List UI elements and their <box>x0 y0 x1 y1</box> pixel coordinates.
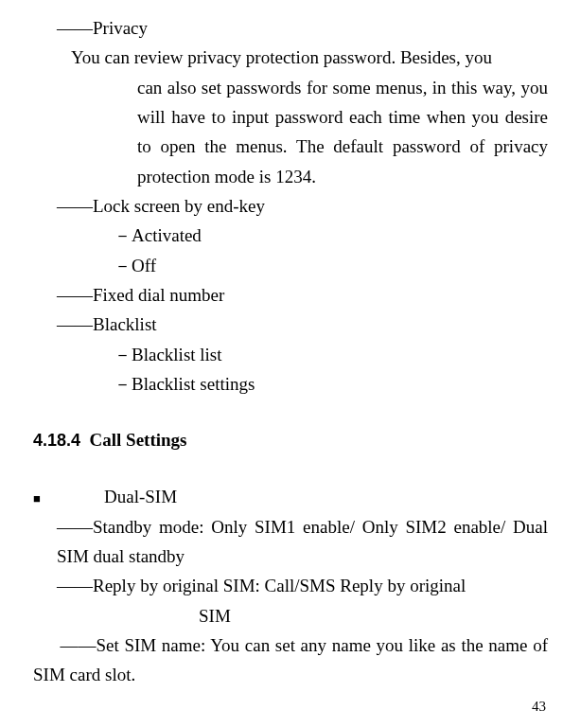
dash-prefix: ―― <box>57 517 93 537</box>
standby-text: Standby mode: Only SIM1 enable/ Only SIM… <box>57 517 548 566</box>
section-title: Call Settings <box>90 430 187 450</box>
dash-prefix: ―― <box>57 314 93 334</box>
square-bullet-icon: ■ <box>33 488 104 508</box>
section-heading: 4.18.4 Call Settings <box>33 425 548 455</box>
opt-label: Blacklist list <box>132 345 222 364</box>
item-privacy: ――Privacy <box>33 13 548 43</box>
standby-mode-line: ――Standby mode: Only SIM1 enable/ Only S… <box>33 512 548 572</box>
lockscreen-opt-off: －Off <box>33 251 548 280</box>
dash-prefix: ―― <box>57 18 93 38</box>
fixed-label: Fixed dial number <box>93 285 224 305</box>
opt-label: Activated <box>132 225 202 245</box>
dash-prefix-small: － <box>114 256 132 275</box>
set-sim-name-line: ――Set SIM name: You can set any name you… <box>33 630 548 690</box>
setname-text: Set SIM name: You can set any name you l… <box>33 635 548 684</box>
dash-prefix: ―― <box>57 576 93 595</box>
bullet-dualsim: ■Dual-SIM <box>33 482 548 511</box>
blacklist-opt-settings: －Blacklist settings <box>33 369 548 399</box>
item-lockscreen: ――Lock screen by end-key <box>33 191 548 221</box>
reply-text1: Reply by original SIM: Call/SMS Reply by… <box>93 576 466 595</box>
dash-prefix: ―― <box>60 635 96 655</box>
dualsim-label: Dual-SIM <box>104 487 177 506</box>
blacklist-opt-list: －Blacklist list <box>33 340 548 369</box>
blacklist-label: Blacklist <box>93 314 157 334</box>
opt-label: Blacklist settings <box>132 374 255 394</box>
dash-prefix-small: － <box>114 225 132 245</box>
section-number: 4.18.4 <box>33 431 80 450</box>
dash-prefix: ―― <box>57 196 93 216</box>
page-number: 43 <box>532 695 546 719</box>
opt-label: Off <box>132 256 156 275</box>
lockscreen-label: Lock screen by end-key <box>93 196 265 216</box>
item-blacklist: ――Blacklist <box>33 310 548 339</box>
privacy-label: Privacy <box>93 18 148 38</box>
item-fixed-dial: ――Fixed dial number <box>33 280 548 310</box>
page: ――Privacy You can review privacy protect… <box>0 0 563 728</box>
reply-original-line2: SIM <box>33 601 548 630</box>
dash-prefix-small: － <box>114 374 132 394</box>
lockscreen-opt-activated: －Activated <box>33 221 548 250</box>
dash-prefix: ―― <box>57 285 93 305</box>
privacy-desc-line1: You can review privacy protection passwo… <box>33 43 548 72</box>
reply-original-line1: ――Reply by original SIM: Call/SMS Reply … <box>33 571 548 600</box>
dash-prefix-small: － <box>114 345 132 364</box>
privacy-desc-rest: can also set passwords for some menus, i… <box>33 73 548 191</box>
